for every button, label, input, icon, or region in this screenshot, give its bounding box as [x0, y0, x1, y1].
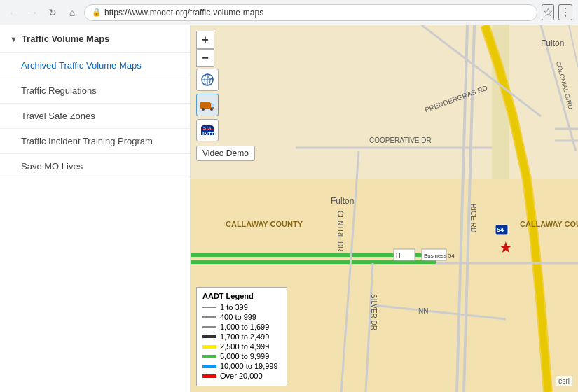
legend-item-5: 5,000 to 9,999 [202, 352, 281, 360]
svg-text:Business 54: Business 54 [424, 253, 455, 259]
zoom-in-button[interactable]: + [196, 31, 214, 49]
sidebar-item-regulations[interactable]: Traffic Regulations [0, 78, 190, 103]
legend-color-3 [202, 335, 216, 338]
legend-item-3: 1,700 to 2,499 [202, 332, 281, 341]
legend-color-2 [202, 326, 216, 328]
svg-text:CENTRE DR: CENTRE DR [336, 211, 344, 251]
svg-text:INTER: INTER [202, 131, 215, 137]
back-button[interactable]: ← [6, 5, 21, 20]
video-demo-button[interactable]: Video Demo [196, 146, 255, 161]
svg-text:STATE: STATE [203, 126, 215, 130]
settings-button[interactable]: ⋮ [558, 4, 572, 20]
interstate-icon: INTER STATE [200, 123, 215, 137]
reload-button[interactable]: ↻ [45, 5, 60, 20]
legend-item-0: 1 to 399 [202, 303, 281, 312]
url-text: https://www.modot.org/traffic-volume-map… [104, 8, 263, 18]
svg-text:CALLAWAY COUNTY: CALLAWAY COUNTY [520, 220, 578, 228]
address-bar[interactable]: 🔒 https://www.modot.org/traffic-volume-m… [84, 4, 537, 21]
tool-buttons: INTER STATE [196, 69, 219, 141]
legend-color-5 [202, 355, 216, 358]
forward-button[interactable]: → [25, 5, 41, 20]
sidebar-item-travel-safe[interactable]: Travel Safe Zones [0, 103, 190, 128]
svg-text:NN: NN [418, 307, 428, 315]
svg-text:Fulton: Fulton [541, 38, 564, 48]
browser-toolbar: ← → ↻ ⌂ 🔒 https://www.modot.org/traffic-… [0, 0, 578, 25]
lock-icon: 🔒 [92, 8, 102, 17]
bookmark-button[interactable]: ☆ [542, 4, 554, 20]
legend-item-2: 1,000 to 1,699 [202, 323, 281, 331]
svg-point-48 [202, 108, 205, 111]
legend-color-6 [202, 365, 216, 368]
svg-rect-45 [200, 102, 210, 108]
aadt-legend: AADT Legend 1 to 399 400 to 999 1,000 to… [196, 287, 287, 386]
sidebar-item-archived[interactable]: Archived Traffic Volume Maps [0, 52, 190, 78]
truck-icon [200, 99, 215, 111]
legend-item-4: 2,500 to 4,999 [202, 342, 281, 351]
legend-item-1: 400 to 999 [202, 313, 281, 321]
legend-color-4 [202, 345, 216, 349]
sidebar-section-traffic-volume-maps: ▼ Traffic Volume Maps Archived Traffic V… [0, 25, 190, 179]
sidebar-header-traffic-volume-maps[interactable]: ▼ Traffic Volume Maps [0, 25, 190, 52]
svg-text:COOPERATIVE DR: COOPERATIVE DR [369, 136, 432, 144]
sidebar-header-label: Traffic Volume Maps [22, 34, 109, 44]
zoom-out-button[interactable]: − [196, 49, 214, 67]
esri-label: esri [558, 377, 570, 385]
legend-color-7 [202, 374, 216, 378]
svg-text:RICE RD: RICE RD [469, 204, 477, 232]
search-tool-button[interactable] [196, 69, 219, 91]
map-controls: + − [196, 31, 214, 67]
svg-text:54: 54 [497, 226, 504, 233]
sidebar: ▼ Traffic Volume Maps Archived Traffic V… [0, 25, 191, 392]
search-globe-icon [200, 73, 214, 87]
chevron-icon: ▼ [10, 35, 18, 43]
svg-point-43 [208, 75, 212, 79]
svg-text:★: ★ [499, 239, 513, 256]
map-area[interactable]: H Business 54 ★ PRENDERGRAS RD COOPERATI… [191, 25, 578, 392]
truck-tool-button[interactable] [196, 94, 219, 116]
svg-text:H: H [396, 252, 401, 259]
interstate-tool-button[interactable]: INTER STATE [196, 119, 219, 141]
svg-point-49 [210, 108, 213, 111]
svg-text:Fulton: Fulton [331, 196, 354, 206]
legend-color-1 [202, 316, 216, 318]
home-button[interactable]: ⌂ [64, 5, 80, 20]
legend-title: AADT Legend [202, 292, 281, 300]
legend-item-6: 10,000 to 19,999 [202, 362, 281, 370]
svg-rect-47 [211, 104, 214, 107]
main-content: ▼ Traffic Volume Maps Archived Traffic V… [0, 25, 578, 392]
esri-badge: esri [556, 376, 572, 386]
sidebar-item-save-mo[interactable]: Save MO Lives [0, 153, 190, 178]
legend-color-0 [202, 307, 216, 308]
legend-item-7: Over 20,000 [202, 372, 281, 380]
sidebar-item-training[interactable]: Traffic Incident Training Program [0, 128, 190, 153]
svg-text:CALLAWAY COUNTY: CALLAWAY COUNTY [226, 220, 303, 228]
svg-text:SILVER DR: SILVER DR [370, 294, 378, 330]
